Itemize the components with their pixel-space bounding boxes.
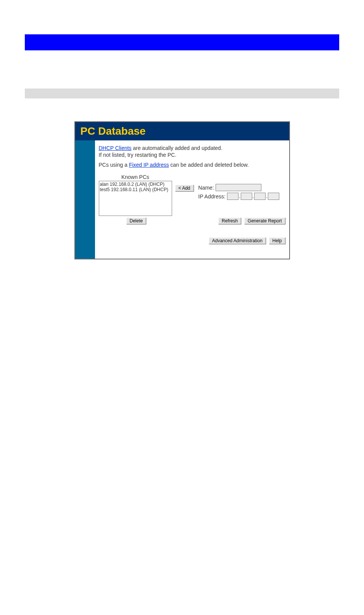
ip-address-label: IP Address: — [198, 193, 225, 200]
list-item[interactable]: alan 192.168.0.2 (LAN) (DHCP) — [100, 182, 171, 187]
gray-bar — [25, 89, 339, 98]
ip-dot: . — [239, 193, 240, 199]
button-row-2: Advanced Administration Help — [99, 237, 285, 244]
intro-line-2: If not listed, try restarting the PC. — [99, 152, 285, 158]
ip-octet-4[interactable] — [268, 193, 279, 200]
known-pcs-label: Known PCs — [121, 174, 149, 180]
top-blue-bar — [25, 34, 339, 50]
advanced-admin-button[interactable]: Advanced Administration — [209, 237, 266, 244]
form-row: Known PCs alan 192.168.0.2 (LAN) (DHCP) … — [99, 174, 285, 216]
refresh-button[interactable]: Refresh — [218, 217, 241, 224]
intro-after-link2: can be added and deleted below. — [169, 162, 249, 168]
side-strip — [75, 140, 95, 259]
ip-octet-2[interactable] — [241, 193, 252, 200]
ip-dot: . — [266, 193, 267, 199]
content-area: DHCP Clients are automatically added and… — [95, 140, 289, 259]
intro-after-link1: are automatically added and updated. — [132, 145, 222, 151]
pc-database-panel: PC Database DHCP Clients are automatical… — [74, 121, 290, 259]
add-button[interactable]: < Add — [175, 185, 194, 192]
help-button[interactable]: Help — [269, 237, 285, 244]
name-field-row: Name: — [198, 184, 279, 191]
name-label: Name: — [198, 185, 214, 191]
delete-button[interactable]: Delete — [126, 217, 147, 224]
dhcp-clients-link[interactable]: DHCP Clients — [99, 145, 132, 151]
add-column: < Add — [175, 174, 194, 192]
right-column: Name: IP Address: ... — [198, 174, 279, 201]
panel-title: PC Database — [75, 122, 289, 140]
ip-field-row: IP Address: ... — [198, 193, 279, 200]
ip-dot: . — [253, 193, 254, 199]
intro-line-1: DHCP Clients are automatically added and… — [99, 145, 285, 151]
intro-before-link2: PCs using a — [99, 162, 129, 168]
ip-octet-3[interactable] — [254, 193, 266, 200]
intro-line-3: PCs using a Fixed IP address can be adde… — [99, 162, 285, 168]
known-pcs-list[interactable]: alan 192.168.0.2 (LAN) (DHCP) test5 192.… — [99, 181, 172, 216]
panel-body: DHCP Clients are automatically added and… — [75, 140, 289, 259]
list-item[interactable]: test5 192.168.0.11 (LAN) (DHCP) — [100, 187, 171, 192]
known-pcs-column: Known PCs alan 192.168.0.2 (LAN) (DHCP) … — [99, 174, 172, 216]
name-input[interactable] — [216, 184, 261, 191]
generate-report-button[interactable]: Generate Report — [244, 217, 285, 224]
ip-octet-1[interactable] — [227, 193, 238, 200]
fixed-ip-link[interactable]: Fixed IP address — [129, 162, 169, 168]
